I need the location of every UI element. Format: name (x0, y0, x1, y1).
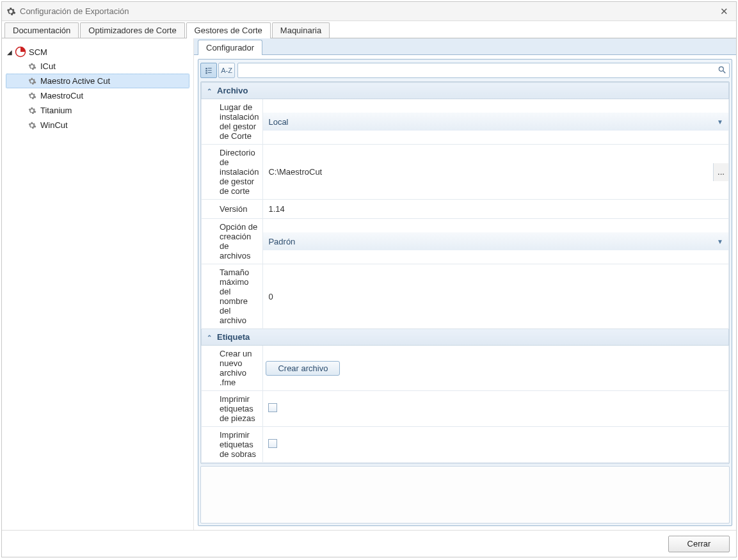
property-row: Imprimir etiquetas de sobras (202, 427, 729, 463)
close-button[interactable]: Cerrar (668, 536, 730, 552)
main-tabs: DocumentaciónOptimizadores de CorteGesto… (2, 21, 736, 38)
search-box[interactable] (237, 63, 730, 78)
tab-gestores-de-corte[interactable]: Gestores de Corte (186, 22, 271, 38)
property-label: Versión (202, 200, 263, 219)
gear-icon (28, 77, 36, 86)
svg-point-1 (719, 67, 723, 71)
chevron-up-icon[interactable]: ⌃ (207, 334, 214, 341)
tree-item-icut[interactable]: ICut (6, 59, 189, 74)
categorized-button[interactable] (200, 63, 217, 78)
property-label: Imprimir etiquetas de sobras (202, 427, 263, 463)
sub-tabs: Configurador (194, 38, 736, 55)
category-header[interactable]: ⌃Archivo (202, 83, 729, 99)
tree-item-wincut[interactable]: WinCut (6, 118, 189, 132)
property-label: Opción de creación de archivos (202, 219, 263, 264)
gear-icon (28, 106, 36, 115)
browse-button[interactable]: ... (713, 163, 728, 181)
combobox[interactable]: Local▼ (263, 113, 728, 131)
config-panel: A-Z ⌃ArchivoLugar de instalación del ges… (198, 59, 732, 526)
search-input[interactable] (241, 66, 718, 76)
grid-toolbar: A-Z (200, 61, 730, 79)
tree-root-label: SCM (29, 47, 47, 57)
chevron-down-icon: ▼ (717, 118, 723, 125)
tree-item-titanium[interactable]: Titanium (6, 103, 189, 118)
property-row: Directorio de instalación de gestor de c… (202, 145, 729, 200)
svg-line-2 (723, 70, 726, 73)
tree-item-maestrocut[interactable]: MaestroCut (6, 88, 189, 103)
tab-optimizadores-de-corte[interactable]: Optimizadores de Corte (80, 22, 184, 38)
property-grid[interactable]: ⌃ArchivoLugar de instalación del gestor … (200, 81, 730, 464)
path-input[interactable] (263, 163, 713, 181)
tab-documentación[interactable]: Documentación (4, 22, 79, 38)
category-header[interactable]: ⌃Configuración del plan de corte (202, 463, 729, 465)
footer: Cerrar (2, 530, 736, 557)
tab-maquinaria[interactable]: Maquinaria (272, 22, 330, 38)
chevron-down-icon: ▼ (717, 238, 723, 245)
window-title: Configuración de Exportación (20, 6, 716, 16)
gear-icon (28, 121, 36, 130)
property-label: Imprimir etiquetas de piezas (202, 391, 263, 427)
property-label: Lugar de instalación del gestor de Corte (202, 99, 263, 145)
tree-item-label: MaestroCut (40, 91, 83, 100)
tree-item-maestro-active-cut[interactable]: Maestro Active Cut (6, 74, 189, 88)
tab-configurador[interactable]: Configurador (198, 40, 262, 55)
description-area (200, 466, 730, 524)
gear-icon (6, 6, 16, 17)
close-icon[interactable]: ✕ (716, 4, 732, 19)
right-panel: Configurador A-Z ⌃Archivo (194, 38, 736, 530)
property-label: Directorio de instalación de gestor de c… (202, 145, 263, 200)
collapse-icon[interactable]: ◢ (6, 49, 13, 56)
main-window: Configuración de Exportación ✕ Documenta… (1, 1, 737, 557)
checkbox[interactable] (268, 439, 277, 448)
tree-item-label: ICut (40, 61, 56, 71)
list-icon (204, 66, 213, 75)
tree-panel: ◢ SCM ICutMaestro Active CutMaestroCutTi… (2, 38, 194, 530)
tree-item-label: WinCut (40, 120, 68, 130)
checkbox[interactable] (268, 403, 277, 412)
tree-item-label: Maestro Active Cut (40, 76, 110, 86)
property-row: Crear un nuevo archivo .fmeCrear archivo (202, 346, 729, 391)
tree-root[interactable]: ◢ SCM (6, 45, 189, 59)
property-row: Opción de creación de archivosPadrón▼ (202, 219, 729, 264)
property-row: Versión (202, 200, 729, 219)
category-header[interactable]: ⌃Etiqueta (202, 329, 729, 346)
property-row: Tamaño máximo del nombre del archivo (202, 264, 729, 329)
titlebar: Configuración de Exportación ✕ (2, 2, 736, 21)
combobox[interactable]: Padrón▼ (263, 232, 728, 250)
property-row: Lugar de instalación del gestor de Corte… (202, 99, 729, 145)
text-input[interactable] (263, 287, 728, 305)
property-row: Imprimir etiquetas de piezas (202, 391, 729, 427)
alphabetical-button[interactable]: A-Z (218, 63, 235, 78)
tree-item-label: Titanium (40, 106, 72, 115)
action-button[interactable]: Crear archivo (266, 361, 340, 376)
search-icon[interactable] (718, 65, 726, 76)
gear-icon (28, 92, 36, 100)
scm-logo-icon (15, 46, 26, 58)
property-label: Tamaño máximo del nombre del archivo (202, 264, 263, 329)
property-label: Crear un nuevo archivo .fme (202, 346, 263, 391)
text-input[interactable] (263, 200, 728, 218)
chevron-up-icon[interactable]: ⌃ (207, 88, 214, 95)
body: ◢ SCM ICutMaestro Active CutMaestroCutTi… (2, 38, 736, 530)
gear-icon (28, 62, 36, 71)
